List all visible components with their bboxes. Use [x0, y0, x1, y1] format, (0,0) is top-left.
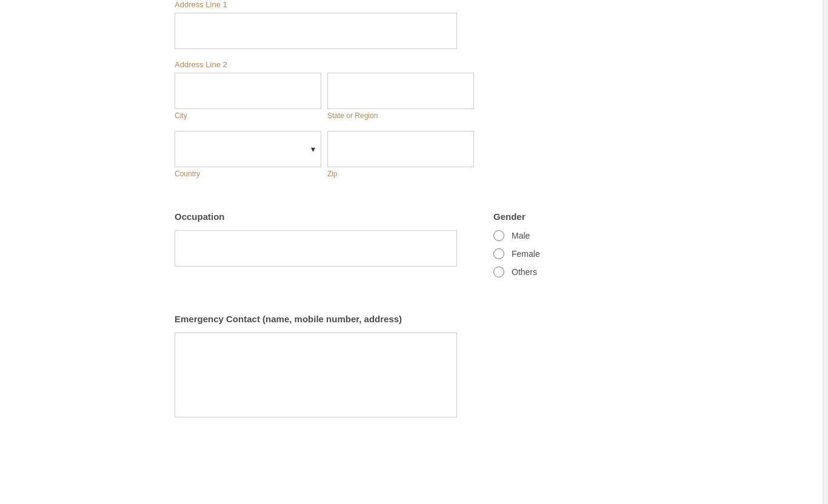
- gender-male-label: Male: [512, 231, 530, 240]
- gender-male-option[interactable]: Male: [493, 230, 540, 241]
- city-label: City: [175, 111, 321, 120]
- gender-others-label: Others: [512, 267, 537, 277]
- gender-female-option[interactable]: Female: [493, 248, 540, 259]
- zip-label: Zip: [327, 170, 474, 178]
- state-input[interactable]: [327, 73, 474, 109]
- address-line2-label: Address Line 2: [175, 60, 653, 69]
- occupation-input[interactable]: [175, 230, 457, 267]
- zip-input[interactable]: [327, 131, 474, 167]
- address-line1-input[interactable]: [175, 13, 457, 49]
- address-line1-label: Address Line 1: [175, 0, 653, 9]
- occupation-label: Occupation: [175, 211, 457, 222]
- state-label: State or Region: [327, 111, 474, 120]
- country-label: Country: [175, 170, 321, 178]
- gender-female-radio[interactable]: [493, 248, 504, 259]
- emergency-contact-label: Emergency Contact (name, mobile number, …: [175, 314, 653, 324]
- city-input[interactable]: [175, 73, 321, 109]
- country-select[interactable]: United States United Kingdom Australia C…: [175, 131, 321, 167]
- gender-female-label: Female: [512, 249, 540, 259]
- gender-others-option[interactable]: Others: [493, 267, 540, 277]
- emergency-contact-textarea[interactable]: [175, 333, 457, 417]
- gender-label: Gender: [493, 211, 540, 222]
- gender-male-radio[interactable]: [493, 230, 504, 241]
- gender-others-radio[interactable]: [493, 267, 504, 277]
